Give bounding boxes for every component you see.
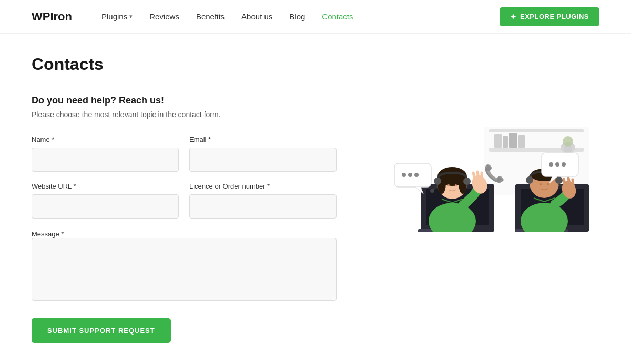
svg-point-34 [414, 173, 419, 177]
svg-point-26 [463, 178, 471, 185]
contact-form-section: Do you need help? Reach us! Please choos… [32, 95, 337, 343]
email-field-group: Email * [189, 136, 337, 172]
svg-point-27 [430, 189, 434, 193]
message-label: Message * [32, 230, 64, 238]
svg-point-45 [549, 162, 553, 167]
plugin-icon: ✦ [510, 13, 517, 21]
svg-point-33 [408, 173, 412, 177]
nav-reviews[interactable]: Reviews [141, 8, 188, 25]
nav-blog[interactable]: Blog [281, 8, 313, 25]
svg-point-32 [402, 173, 406, 177]
email-label: Email * [189, 136, 337, 143]
licence-input[interactable] [189, 194, 337, 219]
nav-about[interactable]: About us [233, 8, 281, 25]
main-nav: Plugins ▾ Reviews Benefits About us Blog… [93, 8, 500, 25]
explore-plugins-button[interactable]: ✦ EXPLORE PLUGINS [500, 7, 599, 26]
svg-point-42 [547, 183, 549, 185]
svg-point-47 [562, 162, 566, 167]
message-field-group: Message * [32, 229, 337, 303]
svg-rect-2 [489, 129, 584, 132]
name-input[interactable] [32, 148, 179, 172]
illustration-section: 📞 [379, 95, 599, 232]
website-label: Website URL * [32, 182, 179, 190]
website-field-group: Website URL * [32, 182, 179, 219]
svg-point-41 [540, 183, 542, 185]
website-input[interactable] [32, 194, 179, 219]
svg-point-29 [455, 184, 457, 186]
licence-field-group: Licence or Order number * [189, 182, 337, 219]
svg-rect-6 [518, 135, 525, 148]
name-label: Name * [32, 136, 179, 143]
svg-point-25 [434, 178, 441, 185]
nav-benefits[interactable]: Benefits [188, 8, 233, 25]
svg-point-38 [526, 176, 533, 184]
svg-point-28 [447, 184, 450, 186]
email-input[interactable] [189, 148, 337, 172]
svg-point-9 [563, 136, 573, 147]
svg-rect-4 [503, 136, 508, 148]
message-input[interactable] [32, 238, 337, 301]
support-illustration: 📞 [379, 116, 599, 232]
svg-point-46 [555, 162, 559, 167]
svg-rect-3 [494, 134, 502, 148]
name-email-row: Name * Email * [32, 136, 337, 172]
submit-support-request-button[interactable]: SUBMIT SUPPORT REQUEST [32, 318, 171, 343]
chevron-down-icon: ▾ [129, 13, 133, 20]
nav-contacts[interactable]: Contacts [313, 8, 361, 25]
licence-label: Licence or Order number * [189, 182, 337, 190]
svg-rect-31 [394, 163, 431, 187]
nav-plugins[interactable]: Plugins ▾ [93, 8, 141, 25]
website-licence-row: Website URL * Licence or Order number * [32, 182, 337, 219]
page-title: Contacts [32, 55, 599, 74]
svg-text:📞: 📞 [484, 163, 505, 183]
site-logo[interactable]: WPIron [32, 10, 72, 24]
form-heading: Do you need help? Reach us! [32, 95, 337, 106]
name-field-group: Name * [32, 136, 179, 172]
svg-rect-44 [542, 153, 578, 176]
form-subtext: Please choose the most relevant topic in… [32, 110, 337, 119]
svg-rect-5 [509, 133, 517, 148]
